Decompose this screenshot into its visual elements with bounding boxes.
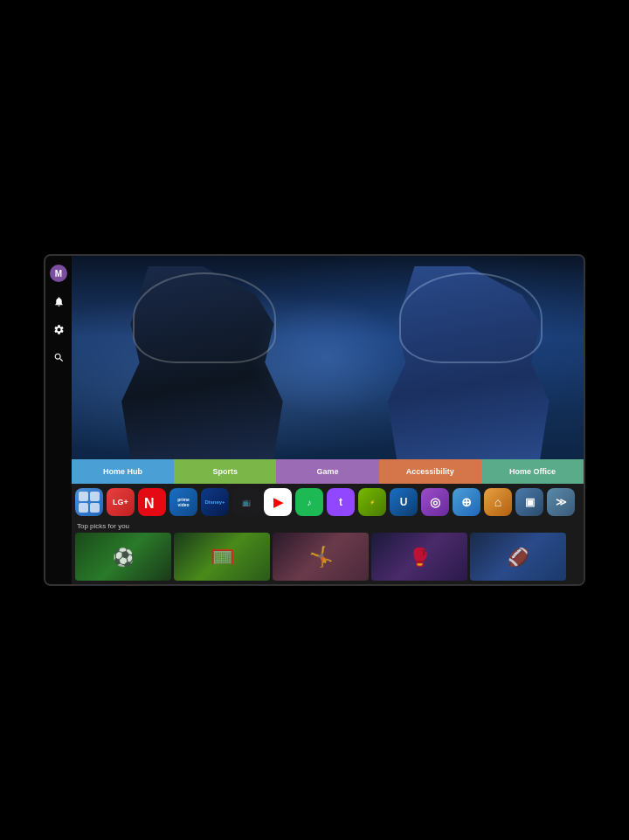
app-icon-apple-tv[interactable]: 📺: [232, 488, 260, 516]
hero-scene: [72, 256, 584, 459]
app-icon-spotify[interactable]: ♪: [295, 488, 323, 516]
app-icon-youtube[interactable]: ▶: [264, 488, 292, 516]
top-picks-section: Top picks for you: [72, 520, 584, 584]
thumbnail-soccer-ball[interactable]: [75, 533, 171, 581]
app-icon-purple[interactable]: ◎: [421, 488, 449, 516]
app-icon-uplay[interactable]: U: [390, 488, 418, 516]
tab-game[interactable]: Game: [276, 459, 378, 484]
app-icon-more[interactable]: ≫: [547, 488, 575, 516]
hero-banner: [72, 256, 584, 459]
tab-home-office[interactable]: Home Office: [481, 459, 584, 484]
app-icon-apps[interactable]: [75, 488, 103, 516]
glow-effect: [251, 297, 404, 419]
thumbnail-football[interactable]: [470, 533, 566, 581]
tab-sports[interactable]: Sports: [174, 459, 276, 484]
tv-inner: M: [45, 256, 584, 584]
main-content: Home Hub Sports Game Accessibility Home …: [72, 256, 584, 584]
svg-text:N: N: [144, 496, 155, 511]
app-icon-lg-channels[interactable]: LG+: [107, 488, 135, 516]
sidebar: M: [45, 256, 72, 584]
notification-icon[interactable]: [50, 293, 67, 310]
app-icon-prime-video[interactable]: primevideo: [169, 488, 197, 516]
app-icon-netflix[interactable]: N: [138, 488, 166, 516]
thumbnail-gymnastics[interactable]: [273, 533, 369, 581]
apps-row: LG+ N primevideo Disney+ 📺 ▶ ♪: [72, 484, 584, 520]
thumbnail-soccer-goal[interactable]: [174, 533, 270, 581]
top-picks-label: Top picks for you: [75, 520, 580, 533]
tab-accessibility[interactable]: Accessibility: [379, 459, 481, 484]
tv-frame: M: [44, 254, 585, 586]
thumbnails-row: [75, 533, 580, 581]
app-icon-disney-plus[interactable]: Disney+: [201, 488, 229, 516]
search-icon[interactable]: [50, 348, 67, 366]
avatar-icon[interactable]: M: [50, 265, 67, 282]
thumbnail-boxing[interactable]: [371, 533, 467, 581]
settings-icon[interactable]: [50, 320, 67, 338]
tab-home-hub[interactable]: Home Hub: [72, 459, 174, 484]
nav-tabs: Home Hub Sports Game Accessibility Home …: [72, 459, 584, 484]
app-icon-smart-iptv[interactable]: ⊕: [453, 488, 480, 516]
helmet-right: [399, 272, 543, 364]
app-icon-geforce-now[interactable]: ⚡: [358, 488, 386, 516]
app-icon-lg-home[interactable]: ⌂: [484, 488, 512, 516]
app-icon-screen-share[interactable]: ▣: [515, 488, 543, 516]
app-icon-twitch[interactable]: t: [327, 488, 355, 516]
